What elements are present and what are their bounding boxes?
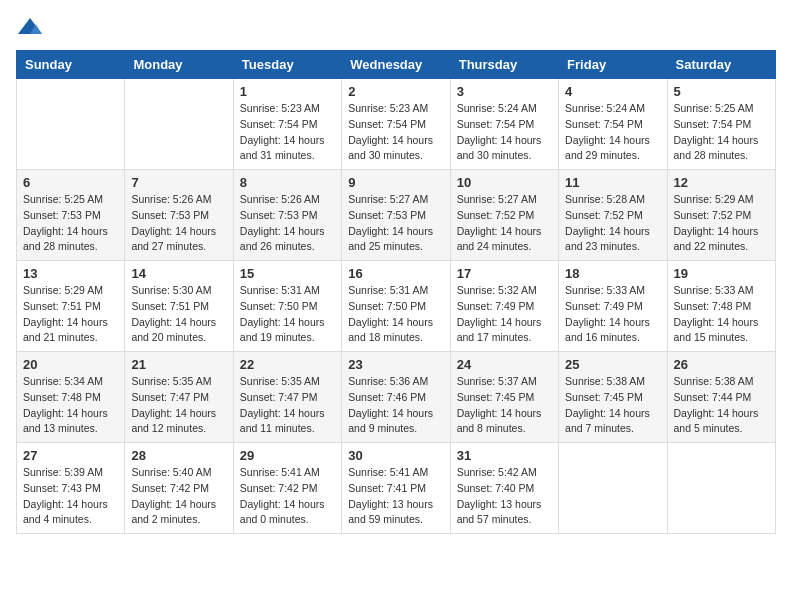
day-detail: Sunrise: 5:41 AMSunset: 7:41 PMDaylight:… [348, 465, 443, 528]
day-detail: Sunrise: 5:37 AMSunset: 7:45 PMDaylight:… [457, 374, 552, 437]
calendar-cell: 22 Sunrise: 5:35 AMSunset: 7:47 PMDaylig… [233, 352, 341, 443]
day-number: 25 [565, 357, 660, 372]
day-number: 5 [674, 84, 769, 99]
day-number: 11 [565, 175, 660, 190]
calendar-cell [559, 443, 667, 534]
day-number: 30 [348, 448, 443, 463]
day-number: 29 [240, 448, 335, 463]
calendar-cell: 24 Sunrise: 5:37 AMSunset: 7:45 PMDaylig… [450, 352, 558, 443]
calendar-cell: 3 Sunrise: 5:24 AMSunset: 7:54 PMDayligh… [450, 79, 558, 170]
day-number: 12 [674, 175, 769, 190]
day-number: 16 [348, 266, 443, 281]
weekday-header-friday: Friday [559, 51, 667, 79]
page-header [16, 16, 776, 38]
day-detail: Sunrise: 5:30 AMSunset: 7:51 PMDaylight:… [131, 283, 226, 346]
day-number: 26 [674, 357, 769, 372]
calendar-week-row: 20 Sunrise: 5:34 AMSunset: 7:48 PMDaylig… [17, 352, 776, 443]
day-number: 18 [565, 266, 660, 281]
calendar-cell: 16 Sunrise: 5:31 AMSunset: 7:50 PMDaylig… [342, 261, 450, 352]
day-number: 1 [240, 84, 335, 99]
day-detail: Sunrise: 5:26 AMSunset: 7:53 PMDaylight:… [240, 192, 335, 255]
logo [16, 16, 48, 38]
day-detail: Sunrise: 5:26 AMSunset: 7:53 PMDaylight:… [131, 192, 226, 255]
day-number: 23 [348, 357, 443, 372]
calendar-cell: 11 Sunrise: 5:28 AMSunset: 7:52 PMDaylig… [559, 170, 667, 261]
day-number: 14 [131, 266, 226, 281]
calendar-cell [125, 79, 233, 170]
day-detail: Sunrise: 5:23 AMSunset: 7:54 PMDaylight:… [240, 101, 335, 164]
weekday-header-monday: Monday [125, 51, 233, 79]
calendar-cell: 27 Sunrise: 5:39 AMSunset: 7:43 PMDaylig… [17, 443, 125, 534]
calendar-cell: 4 Sunrise: 5:24 AMSunset: 7:54 PMDayligh… [559, 79, 667, 170]
day-detail: Sunrise: 5:24 AMSunset: 7:54 PMDaylight:… [565, 101, 660, 164]
calendar-cell: 12 Sunrise: 5:29 AMSunset: 7:52 PMDaylig… [667, 170, 775, 261]
calendar-cell [667, 443, 775, 534]
day-detail: Sunrise: 5:34 AMSunset: 7:48 PMDaylight:… [23, 374, 118, 437]
day-number: 31 [457, 448, 552, 463]
calendar-cell: 1 Sunrise: 5:23 AMSunset: 7:54 PMDayligh… [233, 79, 341, 170]
day-detail: Sunrise: 5:25 AMSunset: 7:54 PMDaylight:… [674, 101, 769, 164]
day-detail: Sunrise: 5:38 AMSunset: 7:45 PMDaylight:… [565, 374, 660, 437]
calendar-cell: 28 Sunrise: 5:40 AMSunset: 7:42 PMDaylig… [125, 443, 233, 534]
day-detail: Sunrise: 5:31 AMSunset: 7:50 PMDaylight:… [240, 283, 335, 346]
day-detail: Sunrise: 5:31 AMSunset: 7:50 PMDaylight:… [348, 283, 443, 346]
day-detail: Sunrise: 5:42 AMSunset: 7:40 PMDaylight:… [457, 465, 552, 528]
day-detail: Sunrise: 5:25 AMSunset: 7:53 PMDaylight:… [23, 192, 118, 255]
day-number: 15 [240, 266, 335, 281]
day-detail: Sunrise: 5:29 AMSunset: 7:52 PMDaylight:… [674, 192, 769, 255]
day-detail: Sunrise: 5:35 AMSunset: 7:47 PMDaylight:… [240, 374, 335, 437]
calendar-week-row: 6 Sunrise: 5:25 AMSunset: 7:53 PMDayligh… [17, 170, 776, 261]
weekday-header-wednesday: Wednesday [342, 51, 450, 79]
calendar-cell: 17 Sunrise: 5:32 AMSunset: 7:49 PMDaylig… [450, 261, 558, 352]
calendar-cell: 7 Sunrise: 5:26 AMSunset: 7:53 PMDayligh… [125, 170, 233, 261]
calendar-week-row: 13 Sunrise: 5:29 AMSunset: 7:51 PMDaylig… [17, 261, 776, 352]
day-detail: Sunrise: 5:35 AMSunset: 7:47 PMDaylight:… [131, 374, 226, 437]
calendar-cell [17, 79, 125, 170]
day-number: 21 [131, 357, 226, 372]
day-detail: Sunrise: 5:29 AMSunset: 7:51 PMDaylight:… [23, 283, 118, 346]
calendar-week-row: 1 Sunrise: 5:23 AMSunset: 7:54 PMDayligh… [17, 79, 776, 170]
weekday-header-thursday: Thursday [450, 51, 558, 79]
day-number: 24 [457, 357, 552, 372]
day-number: 2 [348, 84, 443, 99]
calendar-cell: 31 Sunrise: 5:42 AMSunset: 7:40 PMDaylig… [450, 443, 558, 534]
day-detail: Sunrise: 5:23 AMSunset: 7:54 PMDaylight:… [348, 101, 443, 164]
day-number: 8 [240, 175, 335, 190]
day-detail: Sunrise: 5:41 AMSunset: 7:42 PMDaylight:… [240, 465, 335, 528]
calendar-cell: 25 Sunrise: 5:38 AMSunset: 7:45 PMDaylig… [559, 352, 667, 443]
day-number: 13 [23, 266, 118, 281]
weekday-header-saturday: Saturday [667, 51, 775, 79]
day-number: 7 [131, 175, 226, 190]
calendar-cell: 23 Sunrise: 5:36 AMSunset: 7:46 PMDaylig… [342, 352, 450, 443]
weekday-header-tuesday: Tuesday [233, 51, 341, 79]
calendar-cell: 10 Sunrise: 5:27 AMSunset: 7:52 PMDaylig… [450, 170, 558, 261]
calendar-cell: 19 Sunrise: 5:33 AMSunset: 7:48 PMDaylig… [667, 261, 775, 352]
day-number: 17 [457, 266, 552, 281]
calendar-cell: 2 Sunrise: 5:23 AMSunset: 7:54 PMDayligh… [342, 79, 450, 170]
calendar-cell: 30 Sunrise: 5:41 AMSunset: 7:41 PMDaylig… [342, 443, 450, 534]
day-detail: Sunrise: 5:28 AMSunset: 7:52 PMDaylight:… [565, 192, 660, 255]
day-number: 28 [131, 448, 226, 463]
calendar-cell: 5 Sunrise: 5:25 AMSunset: 7:54 PMDayligh… [667, 79, 775, 170]
calendar-week-row: 27 Sunrise: 5:39 AMSunset: 7:43 PMDaylig… [17, 443, 776, 534]
day-number: 27 [23, 448, 118, 463]
logo-icon [16, 16, 44, 38]
calendar-cell: 9 Sunrise: 5:27 AMSunset: 7:53 PMDayligh… [342, 170, 450, 261]
calendar-cell: 8 Sunrise: 5:26 AMSunset: 7:53 PMDayligh… [233, 170, 341, 261]
calendar-table: SundayMondayTuesdayWednesdayThursdayFrid… [16, 50, 776, 534]
day-detail: Sunrise: 5:40 AMSunset: 7:42 PMDaylight:… [131, 465, 226, 528]
calendar-cell: 15 Sunrise: 5:31 AMSunset: 7:50 PMDaylig… [233, 261, 341, 352]
weekday-header-row: SundayMondayTuesdayWednesdayThursdayFrid… [17, 51, 776, 79]
calendar-cell: 13 Sunrise: 5:29 AMSunset: 7:51 PMDaylig… [17, 261, 125, 352]
day-detail: Sunrise: 5:33 AMSunset: 7:49 PMDaylight:… [565, 283, 660, 346]
calendar-cell: 21 Sunrise: 5:35 AMSunset: 7:47 PMDaylig… [125, 352, 233, 443]
day-detail: Sunrise: 5:33 AMSunset: 7:48 PMDaylight:… [674, 283, 769, 346]
day-detail: Sunrise: 5:39 AMSunset: 7:43 PMDaylight:… [23, 465, 118, 528]
weekday-header-sunday: Sunday [17, 51, 125, 79]
day-detail: Sunrise: 5:24 AMSunset: 7:54 PMDaylight:… [457, 101, 552, 164]
calendar-cell: 14 Sunrise: 5:30 AMSunset: 7:51 PMDaylig… [125, 261, 233, 352]
day-detail: Sunrise: 5:27 AMSunset: 7:52 PMDaylight:… [457, 192, 552, 255]
day-number: 19 [674, 266, 769, 281]
calendar-cell: 6 Sunrise: 5:25 AMSunset: 7:53 PMDayligh… [17, 170, 125, 261]
day-number: 10 [457, 175, 552, 190]
